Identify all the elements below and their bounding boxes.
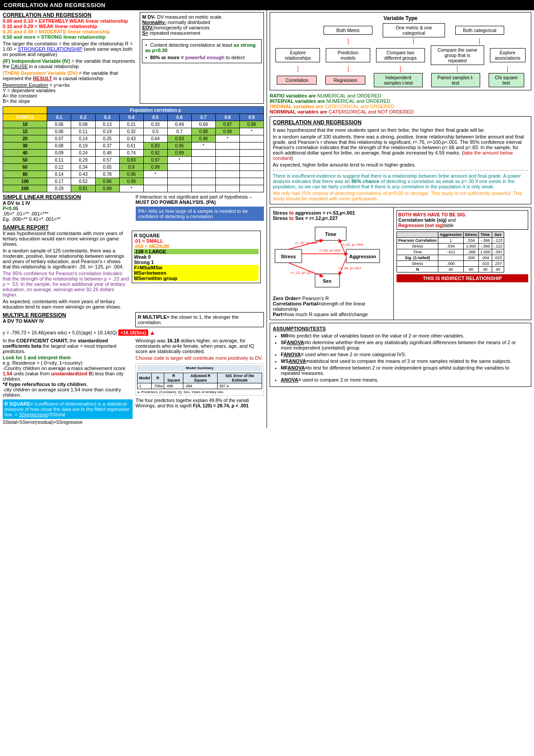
sample-report-title: SAMPLE REPORT bbox=[3, 224, 264, 231]
st-s-agg: .534 bbox=[438, 244, 464, 249]
st-th-agg: Aggression bbox=[438, 232, 464, 238]
cause-text: CAUSE bbox=[11, 64, 28, 69]
sample-report-section: SAMPLE REPORT It was hypothesised that c… bbox=[3, 224, 264, 309]
sample-cell: 100 bbox=[3, 178, 47, 185]
svg-text:r=.43, p=.004: r=.43, p=.004 bbox=[342, 243, 363, 247]
power-cell: 0.95 bbox=[167, 142, 191, 150]
ms-th-see: Std. Error of the Estimate bbox=[218, 373, 262, 383]
crr-expected: As expected, higher bribe amounts tend t… bbox=[273, 162, 528, 167]
mr-title: MULTIPLE REGRESSION bbox=[3, 312, 135, 318]
sample-cell: 80 bbox=[3, 171, 47, 178]
eq-main: y = -795.73 + 16.46(years edu) + 5.01(ag… bbox=[3, 330, 117, 335]
b-eq: B= the slope bbox=[3, 98, 137, 104]
part-text: Part=how much R-square will affect/chang… bbox=[273, 312, 391, 317]
right-column: Variable Type Both Metric One metric & o… bbox=[267, 10, 534, 428]
anova-u: ANOVA bbox=[281, 377, 298, 382]
tree-compare-two: Compare two different groups bbox=[376, 48, 425, 62]
rs-f: F=MSa/MSw bbox=[134, 265, 259, 270]
st-ss2-t: .010 bbox=[479, 261, 492, 267]
crr-result: In a random sample of 100 students, ther… bbox=[273, 134, 528, 161]
line-om-inner bbox=[413, 38, 414, 45]
power-cell: 0.11 bbox=[71, 128, 95, 135]
vt-ordinal: ORDINAL variables are CATEGORICAL and OR… bbox=[270, 104, 531, 109]
power-cell bbox=[191, 171, 215, 178]
st-sig-stress: .000 bbox=[463, 255, 479, 261]
line-om bbox=[383, 38, 445, 45]
power-cell: * bbox=[119, 185, 143, 192]
80percent-text: 80% or more = bbox=[150, 55, 184, 60]
slr-right: If interaction is not significant and pa… bbox=[136, 194, 264, 222]
power-cell: 0.92 bbox=[143, 150, 167, 157]
power-cell: 0.14 bbox=[71, 135, 95, 142]
st-time-label: Time bbox=[397, 249, 438, 255]
st-s-stress: 1.000 bbox=[463, 244, 479, 249]
sample-cell: 10 bbox=[3, 121, 47, 128]
power-cell: 0.83 bbox=[143, 142, 167, 150]
ms-row-1: 1 .706a .498 .484 397.4 bbox=[138, 383, 262, 389]
power-cell: 0.83 bbox=[119, 157, 143, 164]
th-01: 0.1 bbox=[47, 114, 71, 121]
vt-ordinal-label: ORDINAL variables are bbox=[270, 104, 323, 109]
st-pc-agg: 1 bbox=[438, 238, 464, 244]
mr-left: MULTIPLE REGRESSION A DV TO MANY IV bbox=[3, 312, 135, 327]
mr-label: MR= bbox=[281, 333, 291, 338]
th-05: 0.5 bbox=[143, 114, 167, 121]
cv-row-2: 0.10 and 0.29 = WEAK linear relationship bbox=[3, 24, 137, 29]
tree-both-categorical: Both categorical bbox=[455, 26, 504, 35]
sample-cell: 15 bbox=[3, 128, 47, 135]
st-pc-stress: .534 bbox=[463, 238, 479, 244]
top-bar: CORRELATION AND REGRESSION bbox=[0, 0, 534, 10]
coeff-right-text: Winnings was 16.18 dollars higher, on av… bbox=[135, 338, 264, 354]
power-cell bbox=[167, 178, 191, 185]
power-cell bbox=[143, 185, 167, 192]
rs-strong: Strong 1 bbox=[134, 260, 259, 265]
vt-ratio-val: NUMERICAL and ORDERED bbox=[317, 93, 381, 98]
power-cell bbox=[215, 178, 239, 185]
rs-weak: Weak 0 bbox=[134, 254, 259, 260]
ms-th-model: Model bbox=[138, 373, 152, 383]
assumption-anova: ANOVA= used to compare 2 or more means. bbox=[281, 377, 528, 382]
ms-model-val: 1 bbox=[138, 383, 152, 389]
bullet2: • 80% or more = powerful enough to detec… bbox=[145, 55, 259, 60]
country-text: -Country children on average a mass achi… bbox=[3, 366, 133, 382]
power-cell: 0.9 bbox=[119, 164, 143, 171]
power-cell: 0.61 bbox=[119, 142, 143, 150]
regression-eq-text: Regression Equation = y=a+bx bbox=[3, 82, 137, 88]
svg-text:Sex: Sex bbox=[323, 278, 332, 284]
power-cell: 0.98 bbox=[239, 121, 263, 128]
power-cell: 0.08 bbox=[47, 142, 71, 150]
spacer-c1 bbox=[278, 38, 313, 45]
assumption-wsanova: WSANOVA=statistical test used to compare… bbox=[281, 358, 528, 364]
st-t-stress: -.366 bbox=[463, 249, 479, 255]
power-cell: 0.68 bbox=[191, 121, 215, 128]
st-row-stress: Stress .534 1.000 -.366 -.122 bbox=[397, 244, 504, 249]
both-ways-title: BOTH WAYS HAVE TO BE SIG. bbox=[398, 212, 526, 217]
vt-ordinal-val: CATEGORICAL and ORDERED bbox=[324, 104, 394, 109]
fanova-u: ANOVA bbox=[283, 352, 301, 357]
crr-25percent: We only had 25% chance of detecting corr… bbox=[273, 191, 528, 201]
power-cell: 0.21 bbox=[119, 121, 143, 128]
svg-text:r=-.12, p=.227: r=-.12, p=.227 bbox=[291, 271, 313, 275]
line-bc bbox=[455, 38, 504, 45]
tree-leaves: Correlation Regression Independent sampl… bbox=[273, 73, 528, 87]
86percent: 86% chance bbox=[352, 179, 380, 184]
power-cell: 0.99 bbox=[119, 178, 143, 185]
tree-connectors2 bbox=[273, 66, 528, 72]
take-amount: take the amount below constant bbox=[273, 150, 513, 161]
vt-interval-val: NUMERICAL and ORDERED bbox=[326, 98, 390, 104]
sr-left: It was hypothesised that contestants wit… bbox=[3, 231, 132, 309]
coeff-right: Winnings was 16.18 dollars higher, on av… bbox=[135, 338, 264, 425]
line-bm bbox=[324, 38, 372, 45]
power-cell: 0.09 bbox=[47, 150, 71, 157]
correlation-values: 0.00 and 0.10 = EXTREMELY WEAK linear re… bbox=[3, 18, 137, 40]
a-eq: A= the constant bbox=[3, 93, 137, 98]
power-cell bbox=[167, 171, 191, 178]
anova-label: ANOVA= bbox=[281, 377, 301, 382]
st-row-time: Time -.411 -.366 1.000 -.097 bbox=[397, 249, 504, 255]
power-cell: 0.57 bbox=[95, 157, 119, 164]
th-sample bbox=[3, 107, 47, 114]
power-cell: 0.64 bbox=[143, 135, 167, 142]
tree-chi-sq: Chi square test bbox=[489, 73, 524, 87]
sfanova-label: SFANOVA= bbox=[281, 340, 307, 345]
rs-small: .01 = SMALL bbox=[134, 238, 259, 244]
